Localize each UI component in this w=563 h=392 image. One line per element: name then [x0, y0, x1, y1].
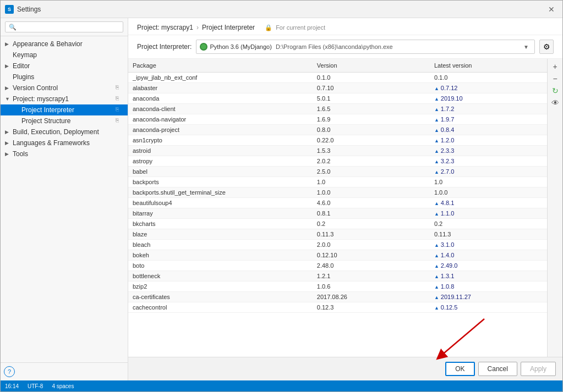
package-version: 1.0: [313, 177, 430, 187]
search-input[interactable]: [5, 21, 123, 32]
table-row[interactable]: astroid 1.5.3 ▲2.3.3: [128, 146, 547, 156]
package-name: astroid: [128, 146, 313, 156]
package-latest: ▲1.1.0: [430, 208, 547, 219]
nav-item-label: Project Structure: [21, 117, 70, 125]
close-button[interactable]: ✕: [545, 3, 558, 16]
package-name: anaconda-navigator: [128, 114, 313, 125]
table-row[interactable]: ca-certificates 2017.08.26 ▲2019.11.27: [128, 292, 547, 302]
package-latest: ▲1.3.1: [430, 271, 547, 281]
refresh-button[interactable]: ↻: [550, 85, 561, 96]
table-row[interactable]: astropy 2.0.2 ▲3.2.3: [128, 156, 547, 167]
package-name: cachecontrol: [128, 302, 313, 313]
sidebar-item-project[interactable]: ▼Project: myscrapy1⎘: [1, 93, 128, 104]
package-latest: 0.1.0: [430, 73, 547, 83]
nav-item-label: Tools: [13, 150, 28, 158]
nav-item-label: Keymap: [13, 51, 37, 59]
sidebar-item-languages[interactable]: ▶Languages & Frameworks: [1, 137, 128, 148]
package-latest: ▲2019.11.27: [430, 292, 547, 302]
package-name: bzip2: [128, 281, 313, 292]
ok-button[interactable]: OK: [445, 362, 474, 376]
package-version: 0.12.3: [313, 302, 430, 313]
package-version: 2.5.0: [313, 167, 430, 177]
table-row[interactable]: bleach 2.0.0 ▲3.1.0: [128, 240, 547, 250]
interpreter-select[interactable]: Python 3.6 (MyDjango) D:\Program Files (…: [196, 40, 535, 54]
table-row[interactable]: bkcharts 0.2 0.2: [128, 219, 547, 229]
package-name: _ipyw_jlab_nb_ext_conf: [128, 73, 313, 83]
sidebar: ▶Appearance & Behavior Keymap▶Editor Plu…: [1, 18, 128, 380]
nav-item-label: Build, Execution, Deployment: [13, 128, 99, 136]
sidebar-item-version-control[interactable]: ▶Version Control⎘: [1, 82, 128, 93]
table-row[interactable]: babel 2.5.0 ▲2.7.0: [128, 167, 547, 177]
table-row[interactable]: alabaster 0.7.10 ▲0.7.12: [128, 83, 547, 93]
settings-window: S Settings ✕ ▶Appearance & Behavior Keym…: [0, 0, 563, 392]
latest-version: 1.1.0: [441, 210, 454, 217]
sidebar-item-tools[interactable]: ▶Tools: [1, 148, 128, 159]
package-latest: ▲1.2.0: [430, 135, 547, 146]
package-version: 1.5.3: [313, 146, 430, 156]
latest-version: 0.11.3: [434, 231, 451, 238]
breadcrumb-project: Project: myscrapy1: [137, 24, 193, 31]
sidebar-item-build[interactable]: ▶Build, Execution, Deployment: [1, 126, 128, 137]
package-version: 0.1.0: [313, 73, 430, 83]
table-row[interactable]: bzip2 1.0.6 ▲1.0.8: [128, 281, 547, 292]
table-wrapper: Package Version Latest version _ipyw_jla…: [128, 59, 547, 357]
main-content: ▶Appearance & Behavior Keymap▶Editor Plu…: [1, 18, 562, 380]
table-row[interactable]: beautifulsoup4 4.6.0 ▲4.8.1: [128, 198, 547, 208]
apply-button[interactable]: Apply: [521, 362, 556, 376]
sidebar-item-appearance[interactable]: ▶Appearance & Behavior: [1, 38, 128, 49]
cancel-button[interactable]: Cancel: [478, 362, 517, 376]
table-row[interactable]: anaconda-navigator 1.6.9 ▲1.9.7: [128, 114, 547, 125]
table-row[interactable]: cachecontrol 0.12.3 ▲0.12.5: [128, 302, 547, 313]
table-container[interactable]: Package Version Latest version _ipyw_jla…: [128, 59, 547, 357]
table-row[interactable]: boto 2.48.0 ▲2.49.0: [128, 261, 547, 271]
table-row[interactable]: bitarray 0.8.1 ▲1.1.0: [128, 208, 547, 219]
nav-arrow: ▼: [5, 96, 12, 102]
table-row[interactable]: asn1crypto 0.22.0 ▲1.2.0: [128, 135, 547, 146]
sidebar-item-project-structure[interactable]: Project Structure⎘: [1, 115, 128, 126]
package-latest: ▲3.2.3: [430, 156, 547, 167]
copy-icon: ⎘: [116, 95, 123, 103]
interpreter-settings-button[interactable]: ⚙: [539, 40, 554, 54]
package-latest: ▲1.9.7: [430, 114, 547, 125]
nav-item-label: Appearance & Behavior: [13, 40, 83, 48]
table-row[interactable]: anaconda-project 0.8.0 ▲0.8.4: [128, 125, 547, 135]
copy-icon: ⎘: [116, 84, 123, 92]
table-row[interactable]: blaze 0.11.3 0.11.3: [128, 229, 547, 240]
package-version: 5.0.1: [313, 93, 430, 104]
update-arrow: ▲: [434, 96, 439, 102]
table-row[interactable]: bokeh 0.12.10 ▲1.4.0: [128, 250, 547, 261]
table-row[interactable]: anaconda 5.0.1 ▲2019.10: [128, 93, 547, 104]
nav-arrow: ▶: [5, 85, 12, 91]
sidebar-item-project-interpreter[interactable]: Project Interpreter⎘: [1, 104, 128, 115]
sidebar-item-keymap[interactable]: Keymap: [1, 49, 128, 60]
package-name: anaconda-client: [128, 104, 313, 114]
col-version: Version: [313, 59, 430, 73]
remove-package-button[interactable]: −: [550, 73, 561, 84]
latest-version: 1.7.2: [441, 106, 454, 112]
package-version: 0.7.10: [313, 83, 430, 93]
nav-arrow: ▶: [5, 63, 12, 69]
package-name: astropy: [128, 156, 313, 167]
table-area: Package Version Latest version _ipyw_jla…: [128, 59, 562, 357]
table-row[interactable]: bottleneck 1.2.1 ▲1.3.1: [128, 271, 547, 281]
latest-version: 2019.10: [441, 95, 463, 102]
sidebar-item-editor[interactable]: ▶Editor: [1, 60, 128, 71]
package-latest: ▲4.8.1: [430, 198, 547, 208]
package-latest: 0.2: [430, 219, 547, 229]
update-arrow: ▲: [434, 263, 439, 269]
table-row[interactable]: backports 1.0 1.0: [128, 177, 547, 187]
status-bar: 16:14 UTF-8 4 spaces: [1, 380, 562, 391]
package-name: bleach: [128, 240, 313, 250]
help-button[interactable]: ?: [4, 366, 15, 377]
breadcrumb: Project: myscrapy1 › Project Interpreter…: [128, 18, 562, 35]
table-row[interactable]: anaconda-client 1.6.5 ▲1.7.2: [128, 104, 547, 114]
eye-button[interactable]: 👁: [550, 97, 561, 108]
table-row[interactable]: backports.shutil_get_terminal_size 1.0.0…: [128, 187, 547, 198]
sidebar-item-plugins[interactable]: Plugins: [1, 71, 128, 82]
update-arrow: ▲: [434, 274, 439, 279]
package-name: beautifulsoup4: [128, 198, 313, 208]
add-package-button[interactable]: +: [550, 61, 561, 72]
table-row[interactable]: _ipyw_jlab_nb_ext_conf 0.1.0 0.1.0: [128, 73, 547, 83]
nav-item-label: Project: myscrapy1: [13, 95, 69, 103]
latest-version: 1.0.0: [434, 189, 447, 196]
